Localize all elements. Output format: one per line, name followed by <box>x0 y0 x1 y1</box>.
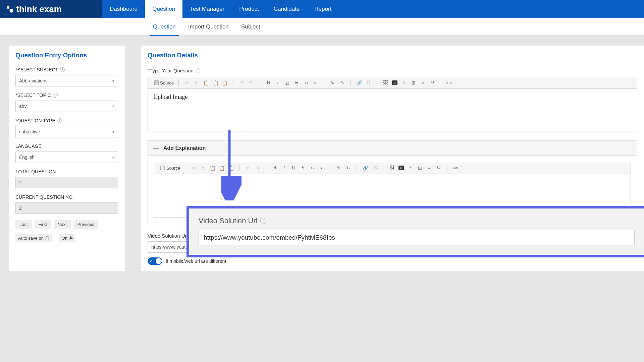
code-icon[interactable]: 31 <box>397 164 405 172</box>
nav-question[interactable]: Question <box>145 0 182 18</box>
info-icon[interactable]: i <box>53 93 58 98</box>
info-icon[interactable]: i <box>196 68 200 73</box>
chevron-down-icon: ▾ <box>112 155 114 160</box>
strike-icon[interactable]: S <box>299 164 307 172</box>
last-button[interactable]: Last <box>15 220 32 229</box>
sigma-icon[interactable]: Σ <box>407 164 414 172</box>
info-icon[interactable]: i <box>57 118 62 123</box>
paste-word-icon[interactable]: 📋 <box>227 164 235 172</box>
current-question-label: CURRENT QUESTION NO. <box>15 194 118 200</box>
svg-text:31: 31 <box>393 81 396 84</box>
marker-icon[interactable]: ✎ <box>329 79 336 86</box>
source-button[interactable]: Source <box>154 80 174 85</box>
language-select[interactable]: English▾ <box>15 152 118 163</box>
marker-icon[interactable]: ✎ <box>335 164 342 172</box>
cut-icon[interactable]: ✂ <box>190 164 197 172</box>
spellcheck-icon[interactable]: ABC <box>446 79 453 86</box>
nav-test-manager[interactable]: Test Manager <box>182 0 232 18</box>
question-entry-options-panel: Question Entry Options *SELECT SUBJECTi … <box>9 46 125 271</box>
underline-icon[interactable]: U <box>283 79 291 86</box>
subscript-icon[interactable]: x₂ <box>302 79 310 86</box>
topic-select[interactable]: abv▾ <box>15 101 118 112</box>
unlink-icon[interactable]: ⛓ <box>371 164 378 172</box>
image-icon[interactable]: 🖼 <box>388 164 395 172</box>
undo-icon[interactable]: ↶ <box>245 164 252 172</box>
subnav-subject[interactable]: Subject <box>235 18 266 36</box>
superscript-icon[interactable]: x² <box>318 164 325 172</box>
paste-icon[interactable]: 📋 <box>202 79 210 86</box>
spellcheck-icon[interactable]: ABC <box>452 164 460 172</box>
subject-label: *SELECT SUBJECTi <box>15 67 118 72</box>
subscript-icon[interactable]: x₂ <box>309 164 316 172</box>
remove-format-icon[interactable]: Tx <box>338 79 345 86</box>
next-button[interactable]: Next <box>54 220 71 229</box>
omega-icon[interactable]: Ω <box>429 79 436 86</box>
first-button[interactable]: First <box>35 220 51 229</box>
strike-icon[interactable]: S <box>293 79 300 86</box>
unlink-icon[interactable]: ⛓ <box>365 79 372 86</box>
info-icon: i <box>260 218 266 224</box>
language-label: LANGUAGE <box>15 143 118 149</box>
code-icon[interactable]: 31 <box>391 79 398 86</box>
table-icon[interactable]: ⊞ <box>410 79 417 86</box>
total-question-value: 2 <box>15 177 118 188</box>
link-icon[interactable]: 🔗 <box>362 164 369 172</box>
remove-format-icon[interactable]: Tx <box>344 164 352 172</box>
italic-icon[interactable]: I <box>280 164 288 172</box>
undo-icon[interactable]: ↶ <box>238 79 246 86</box>
autosave-off-radio[interactable]: Off <box>59 234 75 242</box>
align-icon[interactable]: ≡ <box>419 79 427 86</box>
chevron-down-icon: ▾ <box>112 130 114 134</box>
add-explanation-header[interactable]: — Add Explanation <box>148 140 637 156</box>
check-icon: ✓ <box>150 259 153 263</box>
align-icon[interactable]: ≡ <box>426 164 433 172</box>
superscript-icon[interactable]: x² <box>312 79 319 86</box>
editor-content[interactable]: Upload Image <box>148 89 637 131</box>
sigma-icon[interactable]: Σ <box>400 79 408 86</box>
bold-icon[interactable]: B <box>271 164 278 172</box>
previous-button[interactable]: Previous <box>73 220 99 229</box>
chevron-down-icon: ▾ <box>112 79 114 83</box>
cut-icon[interactable]: ✂ <box>183 79 191 86</box>
table-icon[interactable]: ⊞ <box>416 164 424 172</box>
annotation-callout: Video Solution Urli <box>186 206 644 257</box>
copy-icon[interactable]: ⎘ <box>193 79 200 86</box>
panel-title: Question Details <box>148 52 637 59</box>
italic-icon[interactable]: I <box>274 79 281 86</box>
svg-text:31: 31 <box>399 167 402 170</box>
paste-icon[interactable]: 📋 <box>209 164 216 172</box>
subnav-question[interactable]: Question <box>147 18 182 36</box>
redo-icon[interactable]: ↷ <box>248 79 255 86</box>
chevron-down-icon: ▾ <box>112 104 114 109</box>
copy-icon[interactable]: ⎘ <box>199 164 207 172</box>
question-editor: Source ✂ ⎘ 📋 📋 📋 ↶ ↷ B I <box>148 77 637 131</box>
redo-icon[interactable]: ↷ <box>254 164 261 172</box>
nav-dashboard[interactable]: Dashboard <box>102 0 145 18</box>
info-icon[interactable]: i <box>60 67 65 72</box>
paste-text-icon[interactable]: 📋 <box>218 164 225 172</box>
bold-icon[interactable]: B <box>265 79 272 86</box>
nav-candidate[interactable]: Candidate <box>266 0 307 18</box>
callout-url-input[interactable] <box>199 230 635 245</box>
link-icon[interactable]: 🔗 <box>355 79 363 86</box>
collapse-icon: — <box>153 144 159 152</box>
omega-icon[interactable]: Ω <box>435 164 442 172</box>
nav-items: Dashboard Question Test Manager Product … <box>102 0 339 18</box>
image-icon[interactable]: 🖼 <box>382 79 389 86</box>
autosave-on-radio[interactable]: Auto save on <box>15 234 52 242</box>
svg-point-1 <box>10 9 13 13</box>
paste-text-icon[interactable]: 📋 <box>212 79 219 86</box>
nav-product[interactable]: Product <box>232 0 266 18</box>
mobile-web-toggle[interactable]: ✓ <box>148 257 162 265</box>
sub-nav: Question Import Question Subject <box>0 18 644 36</box>
question-type-select[interactable]: subjective▾ <box>15 126 118 137</box>
underline-icon[interactable]: U <box>290 164 297 172</box>
nav-report[interactable]: Report <box>307 0 339 18</box>
radio-icon <box>45 236 49 240</box>
subject-select[interactable]: Abbreviations▾ <box>15 75 118 86</box>
subnav-import-question[interactable]: Import Question <box>182 18 235 36</box>
paste-word-icon[interactable]: 📋 <box>221 79 228 86</box>
logo: think exam <box>0 0 102 18</box>
source-button[interactable]: Source <box>160 166 180 171</box>
toggle-knob <box>156 258 162 264</box>
